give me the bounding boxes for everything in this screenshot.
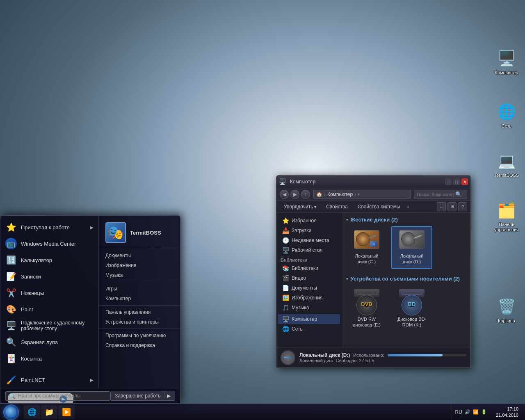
view-list-button[interactable]: ≡ bbox=[437, 202, 446, 211]
removable-label: Устройства со съемными носителями (2) bbox=[351, 276, 460, 282]
start-menu: ⭐ Приступая к работе ▶ 📺 Windows Media C… bbox=[0, 215, 180, 404]
sidebar-item-libraries[interactable]: 📚 Библиотеки bbox=[278, 263, 340, 273]
sidebar-item-favorites[interactable]: ⭐ Избранное bbox=[278, 216, 340, 226]
music-icon: 🎵 bbox=[282, 304, 289, 311]
sm-sep-2 bbox=[99, 282, 180, 282]
sm-item-magnifier[interactable]: 🔍 Экранная лупа bbox=[0, 334, 98, 350]
favorites-label: Избранное bbox=[292, 218, 317, 224]
search-input[interactable] bbox=[18, 393, 107, 399]
sidebar-item-documents[interactable]: 📄 Документы bbox=[278, 283, 340, 293]
sm-link-computer[interactable]: Компьютер bbox=[99, 294, 180, 304]
shutdown-label: Завершение работы bbox=[115, 393, 162, 399]
sidebar-item-computer[interactable]: 🖥️ Компьютер bbox=[278, 314, 340, 324]
solitaire-icon: 🃏 bbox=[5, 353, 17, 364]
more-menu-icon[interactable]: » bbox=[407, 204, 410, 210]
help-button[interactable]: ? bbox=[458, 202, 467, 211]
sm-item-get-started[interactable]: ⭐ Приступая к работе ▶ bbox=[0, 219, 98, 235]
back-button[interactable]: ◀ bbox=[280, 190, 289, 199]
sidebar-item-downloads[interactable]: 📥 Загрузки bbox=[278, 226, 340, 235]
notes-icon: 📝 bbox=[5, 271, 17, 282]
paintnet-label: Paint.NET bbox=[21, 377, 45, 383]
removable-grid: DVD DVD RW дисковод (E:) bbox=[346, 285, 466, 332]
libraries-section: Библиотеки bbox=[276, 255, 342, 263]
sm-item-notes[interactable]: 📝 Записки bbox=[0, 268, 98, 285]
sm-sep-3 bbox=[99, 305, 180, 306]
sm-link-devices[interactable]: Устройства и принтеры bbox=[99, 317, 180, 327]
sm-item-calculator[interactable]: 🔢 Калькулятор bbox=[0, 252, 98, 268]
statusbar-free-label: Свободно: 27,5 ГБ bbox=[336, 358, 374, 363]
sm-link-images[interactable]: Изображения bbox=[99, 260, 180, 270]
organize-menu[interactable]: Упорядочить bbox=[280, 203, 320, 211]
up-button[interactable]: ↑ bbox=[301, 190, 310, 199]
drive-d-item[interactable]: Локальный диск (D:) bbox=[391, 226, 432, 269]
taskbar-explorer[interactable]: 📁 bbox=[41, 405, 57, 419]
taskbar-ie[interactable]: 🌐 bbox=[24, 405, 40, 419]
desktop-icon-panel[interactable]: 🗂️ Панель управления bbox=[490, 199, 523, 234]
sm-item-solitaire[interactable]: 🃏 Косынка bbox=[0, 350, 98, 367]
address-text: Компьютер bbox=[327, 192, 353, 197]
clock[interactable]: 17:10 21.04.2010 bbox=[493, 406, 522, 418]
sidebar-item-music[interactable]: 🎵 Музыка bbox=[278, 303, 340, 313]
sidebar-item-recent[interactable]: 🕐 Недавние места bbox=[278, 235, 340, 245]
explorer-menubar: Упорядочить Свойства Свойства системы » … bbox=[276, 201, 470, 212]
sm-item-scissors[interactable]: ✂️ Ножницы bbox=[0, 285, 98, 301]
username-label: TermitBOSS bbox=[130, 230, 161, 236]
ie-icon: 🌐 bbox=[27, 408, 37, 417]
sidebar-item-images[interactable]: 🖼️ Изображения bbox=[278, 293, 340, 303]
sm-item-paint[interactable]: 🎨 Paint bbox=[0, 301, 98, 317]
scissors-label: Ножницы bbox=[21, 290, 44, 296]
sm-link-default-programs[interactable]: Программы по умолчанию bbox=[99, 331, 180, 340]
sm-link-music[interactable]: Музыка bbox=[99, 270, 180, 280]
start-orb bbox=[3, 404, 19, 420]
media-center-label: Windows Media Center bbox=[21, 241, 76, 247]
libraries-icon: 📚 bbox=[282, 265, 289, 272]
network-tray-icon[interactable]: 📶 bbox=[473, 409, 479, 415]
drive-c-item[interactable]: ⊞ Локальный диск (C:) bbox=[346, 226, 387, 269]
scissors-icon: ✂️ bbox=[5, 287, 17, 299]
address-chevron-icon: ▾ bbox=[358, 192, 360, 196]
maximize-button[interactable]: □ bbox=[453, 178, 460, 185]
explorer-main: Жесткие диски (2) ⊞ bbox=[342, 212, 470, 347]
explorer-titlebar: 🖥️ Компьютер ─ □ ✕ bbox=[276, 176, 470, 188]
desktop-icon-network[interactable]: 🌐 Сеть bbox=[490, 100, 523, 130]
close-button[interactable]: ✕ bbox=[461, 178, 468, 185]
battery-icon: 🔋 bbox=[481, 409, 487, 415]
desktop-icon-termitboss[interactable]: 💻 TermitBOSS bbox=[490, 150, 523, 180]
search-bar: 🔍 bbox=[414, 190, 467, 199]
drive-k-item[interactable]: BD Дисковод BD-ROM (K:) bbox=[391, 285, 432, 332]
magnifier-icon: 🔍 bbox=[5, 336, 17, 348]
explorer-sidebar: ⭐ Избранное 📥 Загрузки 🕐 Недавние места … bbox=[276, 212, 342, 347]
volume-icon[interactable]: 🔊 bbox=[465, 409, 470, 415]
explorer-statusbar: Локальный диск (D:) Использовано: Локаль… bbox=[276, 347, 470, 368]
sm-link-control-panel[interactable]: Панель управления bbox=[99, 307, 180, 317]
sm-link-help[interactable]: Справка и поддержка bbox=[99, 340, 180, 350]
view-icon-button[interactable]: ⊞ bbox=[447, 202, 457, 211]
explorer-icon: 📁 bbox=[45, 408, 54, 417]
address-bar[interactable]: 🏠 › Компьютер › ▾ bbox=[313, 190, 411, 199]
desktop-icon-recycle[interactable]: 🗑️ Корзина bbox=[490, 295, 523, 325]
media-center-icon: 📺 bbox=[5, 238, 17, 249]
sm-item-paintnet[interactable]: 🖌️ Paint.NET ▶ bbox=[0, 372, 98, 388]
properties-menu[interactable]: Свойства bbox=[322, 203, 352, 211]
statusbar-drive-sub: Локальный диск bbox=[299, 358, 333, 363]
drive-e-item[interactable]: DVD DVD RW дисковод (E:) bbox=[346, 285, 387, 332]
explorer-title-icon: 🖥️ bbox=[279, 178, 286, 185]
sidebar-item-network[interactable]: 🌐 Сеть bbox=[278, 324, 340, 334]
sm-item-remote[interactable]: 🖥️ Подключение к удаленному рабочему сто… bbox=[0, 317, 98, 334]
explorer-search-input[interactable] bbox=[417, 192, 454, 197]
sm-item-media-center[interactable]: 📺 Windows Media Center bbox=[0, 235, 98, 252]
start-button[interactable] bbox=[0, 404, 22, 420]
minimize-button[interactable]: ─ bbox=[445, 178, 452, 185]
drive-d-icon bbox=[399, 230, 425, 251]
paintnet-arrow: ▶ bbox=[90, 378, 94, 382]
sm-link-games[interactable]: Игры bbox=[99, 284, 180, 294]
hard-drives-header: Жесткие диски (2) bbox=[346, 217, 466, 223]
shutdown-button[interactable]: Завершение работы ▶ bbox=[110, 391, 175, 401]
desktop-icon-computer[interactable]: 🖥️ Компьютер bbox=[490, 47, 523, 77]
sidebar-item-video[interactable]: 🎬 Видео bbox=[278, 273, 340, 283]
system-properties-menu[interactable]: Свойства системы bbox=[354, 203, 404, 211]
sidebar-item-desktop[interactable]: 🖥️ Рабочий стол bbox=[278, 245, 340, 255]
taskbar-media[interactable]: ▶️ bbox=[58, 405, 75, 419]
sm-link-documents[interactable]: Документы bbox=[99, 251, 180, 260]
forward-button[interactable]: ▶ bbox=[290, 190, 299, 199]
